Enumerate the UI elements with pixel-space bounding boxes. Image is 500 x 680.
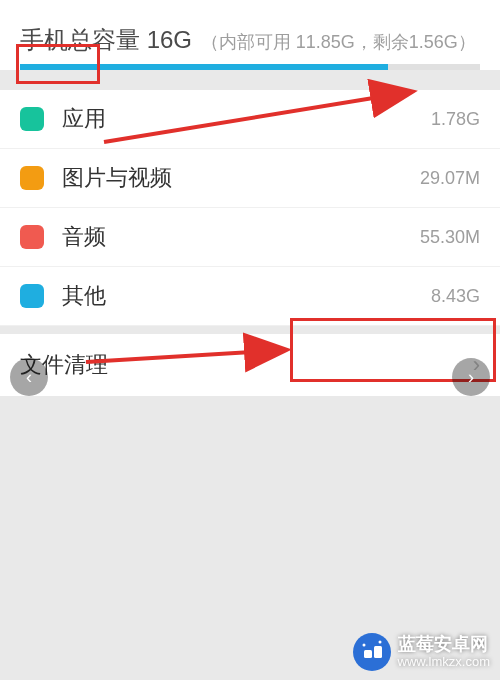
- svg-point-6: [378, 641, 381, 644]
- carousel-next-button[interactable]: ›: [452, 358, 490, 396]
- watermark-icon: [352, 632, 392, 672]
- chevron-right-icon: ›: [468, 367, 474, 388]
- category-value: 1.78G: [380, 109, 480, 130]
- category-row[interactable]: 图片与视频29.07M: [0, 149, 500, 208]
- svg-rect-3: [364, 650, 372, 658]
- carousel-prev-button[interactable]: ‹: [10, 358, 48, 396]
- category-row[interactable]: 应用1.78G: [0, 90, 500, 149]
- svg-point-5: [362, 644, 365, 647]
- storage-categories: 应用1.78G图片与视频29.07M音频55.30M其他8.43G: [0, 90, 500, 326]
- category-value: 29.07M: [380, 168, 480, 189]
- category-row[interactable]: 其他8.43G: [0, 267, 500, 326]
- watermark-bottom: www.lmkzx.com: [398, 655, 490, 669]
- progress-track: [20, 64, 480, 70]
- title-prefix: 手机总容量: [20, 26, 147, 53]
- category-swatch: [20, 166, 44, 190]
- category-value: 8.43G: [380, 286, 480, 307]
- category-swatch: [20, 107, 44, 131]
- chevron-left-icon: ‹: [26, 367, 32, 388]
- category-row[interactable]: 音频55.30M: [0, 208, 500, 267]
- svg-rect-4: [374, 646, 382, 658]
- category-label: 音频: [62, 222, 380, 252]
- title-size: 16G: [147, 26, 192, 53]
- storage-title: 手机总容量 16G: [20, 26, 199, 53]
- file-clean-row[interactable]: 文件清理 ›: [0, 334, 500, 396]
- watermark-text: 蓝莓安卓网 www.lmkzx.com: [398, 635, 490, 669]
- storage-progress: [20, 64, 480, 70]
- category-label: 其他: [62, 281, 380, 311]
- watermark-top: 蓝莓安卓网: [398, 635, 490, 655]
- category-swatch: [20, 225, 44, 249]
- file-clean-label: 文件清理: [20, 350, 473, 380]
- category-value: 55.30M: [380, 227, 480, 248]
- watermark: 蓝莓安卓网 www.lmkzx.com: [352, 632, 490, 672]
- category-label: 图片与视频: [62, 163, 380, 193]
- progress-fill: [20, 64, 388, 70]
- storage-subtitle: （内部可用 11.85G，剩余1.56G）: [201, 32, 476, 52]
- category-label: 应用: [62, 104, 380, 134]
- category-swatch: [20, 284, 44, 308]
- storage-header: 手机总容量 16G （内部可用 11.85G，剩余1.56G）: [0, 0, 500, 70]
